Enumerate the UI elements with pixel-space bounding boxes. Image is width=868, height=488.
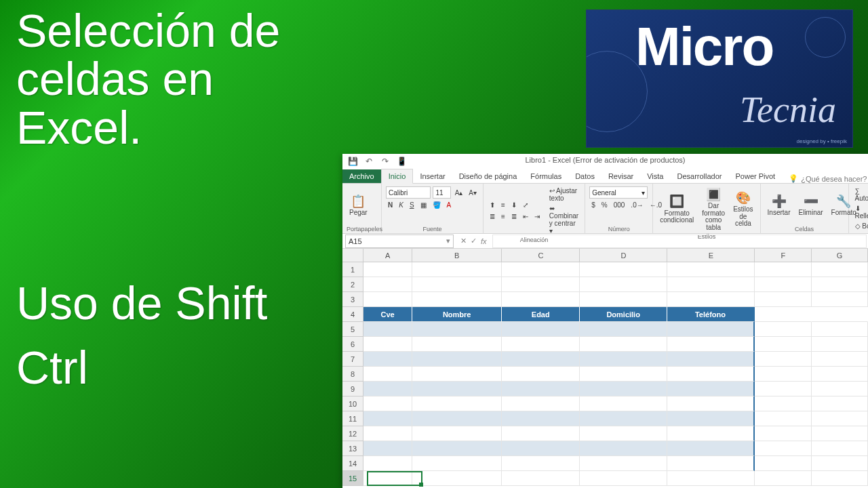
cell[interactable]: [580, 471, 667, 486]
cell[interactable]: [812, 382, 868, 396]
column-header[interactable]: F: [755, 249, 812, 262]
formula-bar[interactable]: [492, 235, 867, 248]
cell[interactable]: [502, 441, 580, 456]
column-header[interactable]: D: [580, 249, 667, 262]
cell[interactable]: [580, 441, 667, 456]
cell[interactable]: [580, 262, 667, 277]
cell[interactable]: [502, 396, 580, 411]
cell[interactable]: Edad: [502, 307, 580, 322]
tab-developer[interactable]: Desarrollador: [670, 169, 728, 183]
row-header[interactable]: 15: [342, 471, 363, 486]
cell[interactable]: [363, 471, 412, 486]
cell[interactable]: [580, 411, 667, 426]
cell[interactable]: [812, 411, 868, 426]
cell[interactable]: [667, 471, 755, 486]
cell[interactable]: [580, 322, 667, 337]
cell[interactable]: [502, 352, 580, 367]
format-table-button[interactable]: 🔳Dar formato como tabla: [699, 186, 728, 232]
tab-powerpivot[interactable]: Power Pivot: [728, 169, 782, 183]
cell[interactable]: [363, 322, 412, 337]
bold-button[interactable]: N: [386, 200, 395, 210]
row-header[interactable]: 8: [342, 367, 363, 382]
cell[interactable]: [580, 352, 667, 367]
font-color-button[interactable]: A: [445, 200, 454, 210]
cell[interactable]: [580, 396, 667, 411]
cell[interactable]: Domicilio: [580, 307, 667, 322]
cell[interactable]: [812, 441, 868, 456]
column-header[interactable]: B: [412, 249, 502, 262]
align-right-icon[interactable]: ≣: [509, 211, 519, 222]
cell[interactable]: [502, 471, 580, 486]
cell[interactable]: [502, 456, 580, 471]
cell[interactable]: [363, 262, 412, 277]
cell[interactable]: [363, 396, 412, 411]
italic-button[interactable]: K: [397, 200, 406, 210]
cell[interactable]: [412, 426, 502, 441]
cell[interactable]: [755, 367, 812, 382]
clear-button[interactable]: ◇ Borrar: [853, 221, 868, 231]
cell[interactable]: [363, 382, 412, 396]
cell[interactable]: [363, 337, 412, 352]
cell[interactable]: [412, 322, 502, 337]
indent-inc-icon[interactable]: ⇥: [532, 211, 542, 222]
row-header[interactable]: 14: [342, 456, 363, 471]
cell[interactable]: [580, 277, 667, 292]
cell[interactable]: [363, 277, 412, 292]
cell[interactable]: [580, 456, 667, 471]
cell[interactable]: [755, 277, 812, 292]
cell-styles-button[interactable]: 🎨Estilos de celda: [730, 189, 755, 229]
cell[interactable]: [363, 352, 412, 367]
cell[interactable]: [502, 337, 580, 352]
cell[interactable]: Nombre: [412, 307, 502, 322]
row-header[interactable]: 13: [342, 441, 363, 456]
decrease-font-icon[interactable]: A▾: [467, 188, 479, 198]
conditional-format-button[interactable]: 🔲Formato condicional: [657, 193, 696, 226]
cell[interactable]: [667, 426, 755, 441]
cell[interactable]: [755, 456, 812, 471]
delete-cells-button[interactable]: ➖Eliminar: [795, 192, 825, 218]
row-header[interactable]: 7: [342, 352, 363, 367]
cell[interactable]: [812, 471, 868, 486]
cell[interactable]: [755, 292, 812, 307]
cell[interactable]: [812, 396, 868, 411]
align-middle-icon[interactable]: ≡: [499, 200, 507, 210]
cell[interactable]: [667, 396, 755, 411]
enter-formula-icon[interactable]: ✓: [471, 237, 477, 245]
cell[interactable]: [412, 382, 502, 396]
select-all-corner[interactable]: [342, 249, 363, 262]
cell[interactable]: [755, 322, 812, 337]
align-left-icon[interactable]: ≣: [488, 211, 497, 222]
align-top-icon[interactable]: ⬆: [488, 200, 497, 210]
save-icon[interactable]: 💾: [348, 157, 357, 166]
insert-cells-button[interactable]: ➕Insertar: [765, 192, 793, 218]
autosum-button[interactable]: ∑ Autosuma: [853, 186, 868, 203]
cell[interactable]: [502, 277, 580, 292]
row-header[interactable]: 2: [342, 277, 363, 292]
cell[interactable]: [363, 292, 412, 307]
cell[interactable]: [412, 292, 502, 307]
cell[interactable]: [412, 367, 502, 382]
cell[interactable]: [412, 337, 502, 352]
merge-center-button[interactable]: ⬌ Combinar y centrar ▾: [547, 203, 580, 236]
cell[interactable]: [363, 456, 412, 471]
cell[interactable]: [412, 456, 502, 471]
cell[interactable]: [812, 322, 868, 337]
cell[interactable]: [667, 382, 755, 396]
row-header[interactable]: 6: [342, 337, 363, 352]
cell[interactable]: [667, 337, 755, 352]
fx-icon[interactable]: fx: [481, 237, 487, 245]
spreadsheet-grid[interactable]: ABCDEFG 1234CveNombreEdadDomicilioTeléfo…: [342, 249, 868, 488]
cell[interactable]: [412, 262, 502, 277]
cell[interactable]: [812, 292, 868, 307]
align-bottom-icon[interactable]: ⬇: [509, 200, 519, 210]
cell[interactable]: [812, 426, 868, 441]
fill-button[interactable]: ⬇ Rellenar: [853, 203, 868, 221]
cell[interactable]: Teléfono: [667, 307, 755, 322]
cell[interactable]: [667, 456, 755, 471]
cell[interactable]: [502, 367, 580, 382]
cell[interactable]: [580, 382, 667, 396]
cell[interactable]: [412, 396, 502, 411]
cell[interactable]: [755, 411, 812, 426]
number-format-select[interactable]: General▾: [589, 186, 648, 199]
cell[interactable]: [812, 456, 868, 471]
